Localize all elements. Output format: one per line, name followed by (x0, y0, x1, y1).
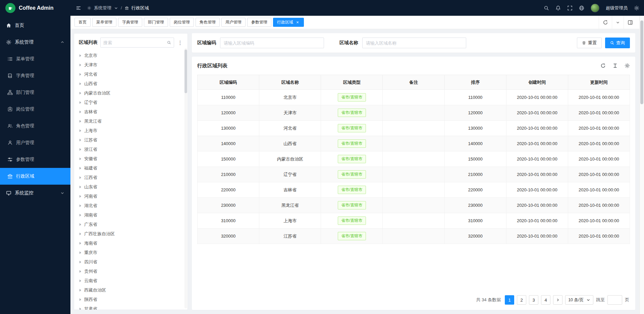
app-logo[interactable]: Coffee Admin (0, 0, 70, 16)
tree-item[interactable]: 浙江省 (77, 145, 183, 154)
username[interactable]: 超级管理员 (606, 5, 628, 11)
breadcrumb-parent[interactable]: 系统管理 (94, 5, 111, 11)
tree-item[interactable]: 江苏省 (77, 135, 183, 145)
table-row[interactable]: 230000 黑龙江省 省市/直辖市 230000 2020-10-01 00:… (198, 198, 630, 213)
expand-arrow-icon[interactable] (79, 242, 81, 245)
tree-item[interactable]: 湖南省 (77, 210, 183, 220)
sidebar-item-system-management[interactable]: 系统管理 (0, 34, 70, 51)
page-tab[interactable]: 菜单管理 (92, 18, 116, 27)
table-row[interactable]: 150000 内蒙古自治区 省市/直辖市 150000 2020-10-01 0… (198, 151, 630, 167)
expand-arrow-icon[interactable] (79, 158, 81, 160)
table-row[interactable]: 220000 吉林省 省市/直辖市 220000 2020-10-01 00:0… (198, 182, 630, 198)
page-tab[interactable]: 参数管理 (247, 18, 271, 27)
sidebar-item-home[interactable]: 首页 (0, 17, 70, 34)
tree-item[interactable]: 贵州省 (77, 267, 183, 276)
sidebar-item-system-monitor[interactable]: 系统监控 (0, 185, 70, 201)
tree-item[interactable]: 黑龙江省 (77, 117, 183, 126)
page-size-select[interactable]: 10 条/页 (565, 295, 593, 305)
tree-item[interactable]: 甘肃省 (77, 304, 183, 310)
row-height-icon[interactable] (612, 63, 618, 68)
page-scrollbar[interactable] (639, 16, 644, 314)
tree-item[interactable]: 西藏自治区 (77, 286, 183, 295)
more-options-icon[interactable]: ⋮ (177, 40, 183, 46)
tree-item[interactable]: 福建省 (77, 164, 183, 173)
sidebar-item-param-management[interactable]: 参数管理 (0, 151, 70, 168)
sidebar-item-role-management[interactable]: 角色管理 (0, 118, 70, 134)
tree-search-input[interactable] (103, 40, 165, 45)
avatar[interactable] (591, 4, 599, 12)
page-number-button[interactable]: 4 (541, 295, 550, 305)
search-button[interactable]: 查询 (605, 38, 630, 48)
expand-arrow-icon[interactable] (79, 101, 81, 104)
table-row[interactable]: 120000 天津市 省市/直辖市 120000 2020-10-01 00:0… (198, 105, 630, 121)
expand-arrow-icon[interactable] (79, 73, 81, 76)
tree-item[interactable]: 四川省 (77, 257, 183, 267)
page-number-button[interactable]: 1 (505, 295, 514, 305)
menu-fold-icon[interactable] (76, 5, 81, 11)
page-tab[interactable]: 用户管理 (221, 18, 246, 27)
tree-item[interactable]: 河北省 (77, 70, 183, 79)
sidebar-item-admin-region[interactable]: 行政区域 (0, 168, 70, 185)
translate-icon[interactable] (579, 5, 584, 11)
expand-arrow-icon[interactable] (79, 195, 81, 198)
settings-gear-icon[interactable] (634, 5, 639, 11)
expand-arrow-icon[interactable] (79, 223, 81, 226)
page-tab[interactable]: 角色管理 (196, 18, 220, 27)
tree-item[interactable]: 江西省 (77, 173, 183, 182)
tree-item[interactable]: 天津市 (77, 60, 183, 70)
expand-arrow-icon[interactable] (79, 214, 81, 216)
expand-arrow-icon[interactable] (79, 270, 81, 273)
expand-arrow-icon[interactable] (79, 167, 81, 170)
expand-arrow-icon[interactable] (79, 186, 81, 188)
expand-arrow-icon[interactable] (79, 111, 81, 113)
refresh-tab-button[interactable] (599, 16, 612, 29)
expand-arrow-icon[interactable] (79, 308, 81, 310)
bell-icon[interactable] (555, 5, 561, 11)
expand-arrow-icon[interactable] (79, 251, 81, 254)
table-row[interactable]: 310000 上海市 省市/直辖市 310000 2020-10-01 00:0… (198, 213, 630, 229)
tree-item[interactable]: 安徽省 (77, 154, 183, 164)
expand-arrow-icon[interactable] (79, 233, 81, 235)
tree-item[interactable]: 山西省 (77, 79, 183, 88)
tree-item[interactable]: 重庆市 (77, 248, 183, 257)
table-row[interactable]: 110000 北京市 省市/直辖市 110000 2020-10-01 00:0… (198, 90, 630, 105)
fullscreen-icon[interactable] (567, 5, 573, 11)
tree-item[interactable]: 北京市 (77, 51, 183, 60)
sidebar-item-user-management[interactable]: 用户管理 (0, 134, 70, 151)
tree-item[interactable]: 湖北省 (77, 201, 183, 210)
tree-item[interactable]: 上海市 (77, 126, 183, 135)
refresh-icon[interactable] (600, 63, 606, 68)
reset-button[interactable]: 重置 (577, 38, 602, 48)
expand-arrow-icon[interactable] (79, 279, 81, 282)
page-number-button[interactable]: 3 (529, 295, 538, 305)
tree-item[interactable]: 山东省 (77, 182, 183, 192)
tree-item[interactable]: 广西壮族自治区 (77, 229, 183, 239)
tree-item[interactable]: 云南省 (77, 276, 183, 286)
sidebar-item-dept-management[interactable]: 部门管理 (0, 84, 70, 101)
expand-arrow-icon[interactable] (79, 148, 81, 151)
tree-item[interactable]: 辽宁省 (77, 98, 183, 107)
table-row[interactable]: 130000 河北省 省市/直辖市 130000 2020-10-01 00:0… (198, 121, 630, 136)
search-icon[interactable] (544, 5, 549, 11)
table-row[interactable]: 320000 江苏省 省市/直辖市 320000 2020-10-01 00:0… (198, 229, 630, 244)
tree-item[interactable]: 内蒙古自治区 (77, 88, 183, 98)
expand-arrow-icon[interactable] (79, 176, 81, 179)
page-tab[interactable]: 部门管理 (144, 18, 168, 27)
page-tab[interactable]: 行政区域 (273, 18, 304, 27)
layout-maximize-button[interactable] (624, 16, 637, 29)
tree-item[interactable]: 海南省 (77, 239, 183, 248)
expand-arrow-icon[interactable] (79, 120, 81, 123)
region-code-input[interactable] (220, 38, 324, 48)
tree-scrollbar-thumb[interactable] (184, 50, 187, 93)
search-icon[interactable] (167, 41, 171, 45)
expand-arrow-icon[interactable] (79, 298, 81, 301)
close-icon[interactable] (295, 20, 300, 25)
expand-arrow-icon[interactable] (79, 54, 81, 57)
page-tab[interactable]: 岗位管理 (170, 18, 194, 27)
expand-arrow-icon[interactable] (79, 82, 81, 85)
sidebar-item-dict-management[interactable]: 字典管理 (0, 67, 70, 84)
sidebar-item-menu-management[interactable]: 菜单管理 (0, 51, 70, 67)
tab-options-button[interactable] (612, 16, 624, 29)
expand-arrow-icon[interactable] (79, 261, 81, 263)
page-number-button[interactable]: 2 (517, 295, 526, 305)
